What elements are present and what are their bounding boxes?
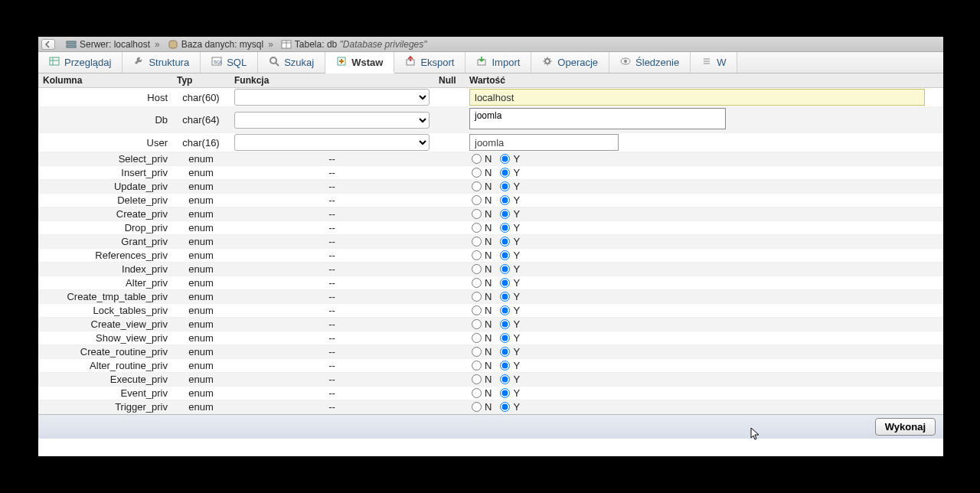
radio-n[interactable] bbox=[472, 250, 482, 260]
radio-y[interactable] bbox=[500, 181, 510, 191]
radio-n[interactable] bbox=[472, 388, 482, 398]
radio-y[interactable] bbox=[500, 250, 510, 260]
radio-y[interactable] bbox=[500, 374, 510, 384]
tab-export[interactable]: Eksport bbox=[394, 52, 466, 73]
back-button[interactable] bbox=[41, 39, 55, 50]
radio-y[interactable] bbox=[500, 388, 510, 398]
host-input[interactable] bbox=[469, 89, 925, 106]
tab-label: Operacje bbox=[557, 57, 598, 68]
radio-n[interactable] bbox=[472, 278, 482, 288]
wrench-icon bbox=[133, 56, 144, 69]
row-show_view_priv: Show_view_privenum--NY bbox=[38, 331, 943, 345]
value-cell: NY bbox=[465, 304, 943, 318]
radio-y-label: Y bbox=[511, 208, 524, 220]
radio-y[interactable] bbox=[500, 292, 510, 302]
tab-browse[interactable]: Przeglądaj bbox=[38, 52, 122, 73]
radio-y[interactable] bbox=[500, 278, 510, 288]
function-cell: -- bbox=[230, 180, 434, 194]
radio-y[interactable] bbox=[500, 402, 510, 412]
enum-radio-group: NY bbox=[469, 291, 939, 302]
column-name: Host bbox=[38, 88, 172, 107]
function-cell: -- bbox=[230, 304, 434, 318]
radio-n-label: N bbox=[483, 401, 496, 413]
radio-n[interactable] bbox=[472, 361, 482, 371]
radio-y[interactable] bbox=[500, 264, 510, 274]
enum-radio-group: NY bbox=[469, 346, 939, 358]
function-select[interactable] bbox=[234, 134, 430, 151]
db-input[interactable] bbox=[469, 108, 726, 129]
more-icon bbox=[701, 56, 712, 69]
radio-n[interactable] bbox=[472, 154, 482, 164]
row-alter_priv: Alter_privenum--NY bbox=[38, 276, 943, 290]
row-alter_routine_priv: Alter_routine_privenum--NY bbox=[38, 359, 943, 373]
radio-y[interactable] bbox=[500, 333, 510, 343]
column-name: Index_priv bbox=[38, 263, 172, 276]
column-type: enum bbox=[172, 359, 230, 373]
radio-n-label: N bbox=[483, 222, 496, 233]
radio-n[interactable] bbox=[472, 333, 482, 343]
radio-n[interactable] bbox=[472, 305, 482, 315]
column-name: Update_priv bbox=[38, 180, 172, 194]
insert-grid: Kolumna Typ Funkcja Null Wartość Hostcha… bbox=[38, 73, 943, 414]
radio-n[interactable] bbox=[472, 195, 482, 205]
crumb-table-value[interactable]: db bbox=[327, 39, 337, 50]
radio-y[interactable] bbox=[500, 319, 510, 329]
value-cell bbox=[465, 133, 943, 152]
radio-n[interactable] bbox=[472, 181, 482, 191]
radio-y[interactable] bbox=[500, 361, 510, 371]
function-select[interactable] bbox=[234, 89, 430, 106]
radio-n[interactable] bbox=[472, 237, 482, 246]
crumb-server-value[interactable]: localhost bbox=[114, 39, 150, 50]
radio-n[interactable] bbox=[472, 264, 482, 274]
function-cell: -- bbox=[230, 249, 434, 263]
crumb-db-value[interactable]: mysql bbox=[240, 39, 263, 50]
radio-n[interactable] bbox=[472, 402, 482, 412]
radio-n[interactable] bbox=[472, 223, 482, 233]
radio-y[interactable] bbox=[500, 209, 510, 219]
radio-y-label: Y bbox=[511, 181, 524, 192]
radio-y-label: Y bbox=[511, 291, 524, 302]
radio-y[interactable] bbox=[500, 237, 510, 246]
function-select[interactable] bbox=[234, 112, 430, 129]
radio-n[interactable] bbox=[472, 292, 482, 302]
radio-n[interactable] bbox=[472, 347, 482, 357]
tab-import[interactable]: Import bbox=[466, 52, 531, 73]
tab-more[interactable]: W bbox=[691, 52, 737, 73]
function-cell: -- bbox=[230, 152, 434, 166]
null-cell bbox=[434, 107, 465, 133]
tab-operations[interactable]: Operacje bbox=[531, 52, 609, 73]
tab-sql[interactable]: SQLSQL bbox=[201, 52, 258, 73]
tab-search[interactable]: Szukaj bbox=[258, 52, 325, 73]
user-input[interactable] bbox=[469, 134, 619, 151]
radio-y[interactable] bbox=[500, 305, 510, 315]
tab-label: Szukaj bbox=[284, 57, 314, 68]
tab-insert[interactable]: Wstaw bbox=[325, 52, 394, 73]
value-cell: NY bbox=[465, 221, 943, 235]
table-icon bbox=[49, 56, 60, 69]
function-cell: -- bbox=[230, 207, 434, 221]
export-icon bbox=[405, 56, 416, 69]
breadcrumb: Serwer: localhost » Baza danych: mysql »… bbox=[38, 37, 943, 52]
execute-button[interactable]: Wykonaj bbox=[875, 418, 936, 436]
null-cell bbox=[434, 180, 465, 194]
radio-y[interactable] bbox=[500, 168, 510, 178]
radio-y[interactable] bbox=[500, 195, 510, 205]
radio-y[interactable] bbox=[500, 223, 510, 233]
function-cell: -- bbox=[230, 194, 434, 207]
function-cell: -- bbox=[230, 290, 434, 304]
tab-tracking[interactable]: Śledzenie bbox=[609, 52, 691, 73]
function-cell: -- bbox=[230, 263, 434, 276]
null-cell bbox=[434, 359, 465, 373]
row-insert_priv: Insert_privenum--NY bbox=[38, 166, 943, 180]
radio-y[interactable] bbox=[500, 347, 510, 357]
radio-n[interactable] bbox=[472, 374, 482, 384]
radio-n[interactable] bbox=[472, 319, 482, 329]
column-type: enum bbox=[172, 387, 230, 400]
column-name: Grant_priv bbox=[38, 235, 172, 249]
radio-n[interactable] bbox=[472, 209, 482, 219]
radio-n-label: N bbox=[483, 277, 496, 289]
radio-n[interactable] bbox=[472, 168, 482, 178]
radio-y[interactable] bbox=[500, 154, 510, 164]
tab-structure[interactable]: Struktura bbox=[122, 52, 201, 73]
eye-icon bbox=[620, 56, 631, 69]
